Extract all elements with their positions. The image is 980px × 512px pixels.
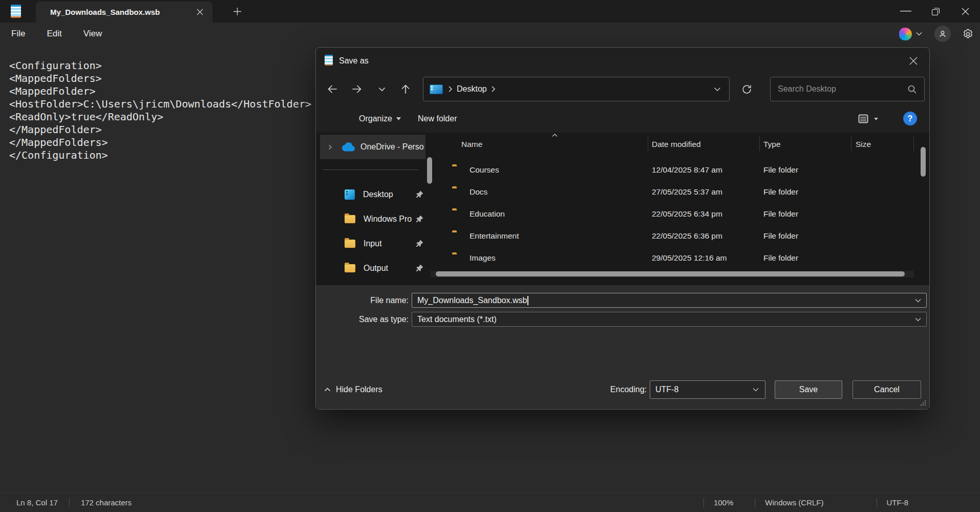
status-line-ending: Windows (CRLF) [765, 498, 823, 507]
nav-forward-icon[interactable] [349, 81, 365, 97]
status-separator [755, 498, 755, 507]
copilot-icon[interactable] [899, 28, 912, 40]
file-list: Name Date modified Type Size Courses 12/… [431, 133, 922, 285]
dialog-close-icon[interactable] [906, 53, 921, 69]
horizontal-scrollbar-thumb[interactable] [436, 271, 905, 276]
address-bar[interactable]: Desktop [423, 77, 730, 101]
tab-title: My_Downloads_Sandbox.wsb [50, 8, 160, 16]
status-cursor-position: Ln 8, Col 17 [16, 498, 58, 507]
sidebar-item-desktop[interactable]: Desktop [320, 182, 425, 207]
pin-icon[interactable] [416, 215, 423, 223]
table-row-docs[interactable]: Docs 27/05/2025 5:37 am File folder [431, 181, 914, 203]
text-cursor [527, 296, 528, 305]
status-zoom-level: 100% [714, 498, 733, 507]
menu-right-cluster [899, 23, 974, 45]
notepad-app-icon [11, 5, 21, 18]
save-as-type-label: Save as type: [316, 312, 409, 327]
file-name-input[interactable]: My_Downloads_Sandbox.wsb [412, 293, 927, 308]
sort-ascending-icon [552, 134, 558, 137]
address-dropdown-chevron-icon[interactable] [714, 87, 721, 92]
sidebar-divider [323, 169, 418, 170]
file-name-label: File name: [316, 293, 409, 308]
sidebar-item-output[interactable]: Output [320, 256, 425, 281]
minimize-icon[interactable] [891, 0, 921, 23]
save-as-type-chevron-icon [915, 317, 921, 321]
table-row-entertainment[interactable]: Entertainment 22/05/2025 6:36 pm File fo… [431, 225, 914, 247]
dialog-notepad-icon [325, 55, 333, 66]
expand-chevron-icon[interactable] [327, 144, 333, 150]
account-button[interactable] [934, 26, 951, 42]
vertical-scrollbar-thumb[interactable] [921, 147, 926, 177]
table-row-images[interactable]: Images 29/05/2025 12:16 am File folder [431, 247, 914, 269]
horizontal-scrollbar[interactable] [431, 271, 914, 278]
column-header-date-modified[interactable]: Date modified [652, 135, 701, 154]
file-name-dropdown-chevron-icon[interactable] [915, 298, 921, 302]
search-icon[interactable] [907, 84, 917, 94]
chevron-up-icon [324, 388, 331, 392]
breadcrumb-desktop[interactable]: Desktop [455, 83, 489, 95]
column-header-name[interactable]: Name [461, 135, 482, 154]
column-divider[interactable] [913, 137, 914, 151]
menu-file[interactable]: File [4, 26, 32, 42]
copilot-chevron-down-icon[interactable] [916, 32, 922, 36]
save-button[interactable]: Save [775, 380, 842, 399]
search-box [770, 77, 925, 101]
organize-button[interactable]: Organize [359, 105, 401, 133]
tab-close-icon[interactable] [193, 6, 206, 19]
sidebar-item-onedrive[interactable]: OneDrive - Perso [320, 135, 425, 159]
onedrive-cloud-icon [342, 142, 355, 152]
pin-icon[interactable] [416, 264, 423, 272]
table-row-courses[interactable]: Courses 12/04/2025 8:47 am File folder [431, 159, 914, 181]
nav-recent-chevron-down-icon[interactable] [376, 81, 388, 97]
dialog-content: OneDrive - Perso Desktop Windows Pro Inp… [316, 133, 929, 285]
window-titlebar: My_Downloads_Sandbox.wsb [0, 0, 980, 23]
view-mode-button[interactable] [858, 113, 878, 124]
window-controls [891, 0, 980, 23]
new-folder-button[interactable]: New folder [418, 105, 457, 133]
column-header-size[interactable]: Size [856, 135, 871, 154]
menu-view[interactable]: View [76, 26, 110, 42]
close-icon[interactable] [950, 0, 980, 23]
person-icon [938, 29, 947, 38]
status-separator [877, 498, 877, 507]
status-bar: Ln 8, Col 17 172 characters 100% Windows… [0, 493, 980, 512]
nav-back-icon[interactable] [325, 81, 340, 97]
encoding-chevron-icon [753, 388, 759, 392]
column-divider[interactable] [851, 137, 851, 151]
nav-up-icon[interactable] [398, 81, 413, 97]
save-as-dialog: Save as Desktop O [315, 47, 930, 410]
column-divider[interactable] [648, 137, 648, 151]
pin-icon[interactable] [416, 190, 423, 198]
menu-bar: File Edit View [0, 23, 980, 45]
encoding-select[interactable]: UTF-8 [650, 380, 765, 399]
organize-caret-icon [396, 117, 401, 120]
status-encoding: UTF-8 [887, 498, 909, 507]
resize-grip[interactable] [920, 400, 926, 406]
help-glyph: ? [908, 114, 913, 123]
folder-icon [345, 264, 355, 272]
this-pc-icon [430, 84, 443, 94]
save-as-type-select[interactable]: Text documents (*.txt) [412, 312, 927, 327]
search-input[interactable] [778, 84, 907, 94]
restore-icon[interactable] [921, 0, 950, 23]
dialog-title: Save as [339, 48, 369, 74]
help-button[interactable]: ? [903, 112, 917, 125]
tab-my-downloads-sandbox[interactable]: My_Downloads_Sandbox.wsb [36, 2, 212, 23]
column-divider[interactable] [759, 137, 760, 151]
column-header-type[interactable]: Type [763, 135, 781, 154]
hide-folders-button[interactable]: Hide Folders [324, 380, 382, 399]
breadcrumb-chevron-icon[interactable] [491, 86, 496, 93]
status-character-count: 172 characters [81, 498, 132, 507]
cancel-button[interactable]: Cancel [853, 380, 921, 399]
settings-gear-icon[interactable] [962, 28, 974, 40]
status-separator [704, 498, 704, 507]
sidebar-item-windows-pro[interactable]: Windows Pro [320, 207, 425, 231]
pin-icon[interactable] [416, 240, 423, 247]
sidebar-item-input[interactable]: Input [320, 231, 425, 256]
table-row-education[interactable]: Education 22/05/2025 6:34 pm File folder [431, 203, 914, 225]
menu-edit[interactable]: Edit [39, 26, 69, 42]
folder-icon [345, 240, 355, 248]
desktop-icon [345, 189, 355, 200]
refresh-icon[interactable] [739, 81, 754, 97]
new-tab-button[interactable] [229, 4, 245, 18]
